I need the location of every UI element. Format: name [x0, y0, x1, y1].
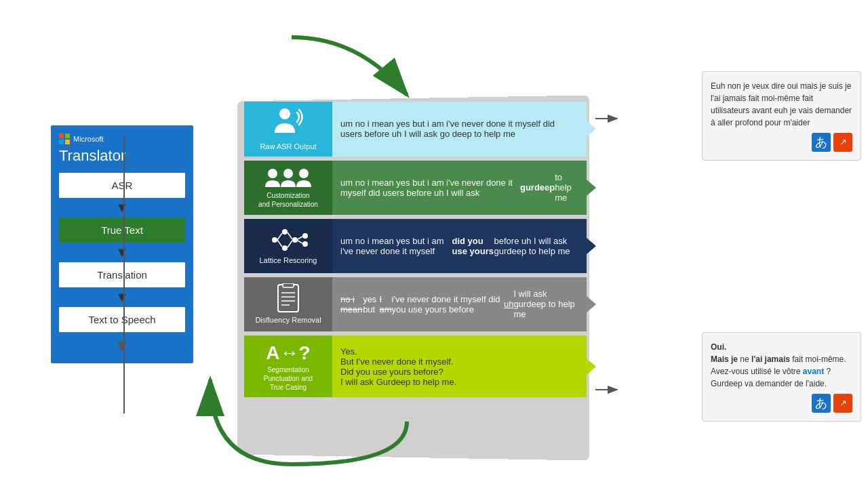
custom-text: um no i mean yes but i am i've never don…: [332, 161, 587, 215]
svg-rect-17: [283, 283, 294, 287]
pipeline-rows: Raw ASR Output um no i mean yes but i am…: [244, 102, 587, 401]
translation-top-icons: あ ↗: [711, 133, 852, 152]
pipeline-truetext[interactable]: True Text: [59, 218, 185, 243]
arrow-down-1: ▼: [59, 200, 185, 216]
asr-icon-symbol: [271, 107, 305, 142]
row-asr: Raw ASR Output um no i mean yes but i am…: [244, 102, 587, 157]
arrow-down-large: ▼: [59, 336, 185, 355]
row-custom: Customizationand Personalization um no i…: [244, 161, 587, 215]
svg-line-15: [298, 241, 302, 243]
translate-icon-top: あ: [812, 133, 831, 152]
svg-line-13: [288, 241, 292, 247]
translation-box-top: Euh non je veux dire oui mais je suis je…: [702, 71, 861, 161]
row-lattice: Lattice Rescoring um no i mean yes but i…: [244, 219, 587, 273]
translation-top-text: Euh non je veux dire oui mais je suis je…: [711, 81, 852, 127]
ms-logo: Microsoft: [59, 134, 185, 144]
svg-rect-16: [278, 285, 298, 312]
segment-label: SegmentationPunctuation andTrue Casing: [264, 365, 313, 392]
ms-brand-label: Microsoft: [73, 135, 104, 143]
disfluency-icon-block: Disfluency Removal: [244, 277, 332, 331]
asr-text: um no i mean yes but i am i've never don…: [332, 102, 587, 157]
svg-point-6: [282, 245, 288, 251]
pipeline-asr[interactable]: ASR: [59, 173, 185, 198]
custom-icon-block: Customizationand Personalization: [244, 161, 332, 215]
arrow-icon-bottom: ↗: [833, 394, 852, 413]
segment-icon-block: A↔? SegmentationPunctuation andTrue Casi…: [244, 336, 332, 397]
svg-point-9: [302, 241, 308, 247]
svg-point-0: [279, 108, 290, 119]
asr-icon-block: Raw ASR Output: [244, 102, 332, 157]
svg-point-8: [302, 233, 308, 239]
svg-point-2: [283, 169, 293, 178]
translate-icon-bottom: あ: [812, 394, 831, 413]
pipeline-tts[interactable]: Text to Speech: [59, 307, 185, 332]
ms-sq-red: [59, 134, 64, 138]
disfluency-icon-symbol: [275, 283, 302, 315]
custom-label: Customizationand Personalization: [258, 191, 318, 209]
row-disfluency: Disfluency Removal no i mean yes but I a…: [244, 277, 587, 331]
disfluency-text: no i mean yes but I am i've never done i…: [332, 277, 587, 331]
svg-point-4: [272, 237, 277, 243]
svg-point-5: [282, 229, 288, 235]
ms-sq-blue: [59, 140, 64, 144]
row-segment: A↔? SegmentationPunctuation andTrue Casi…: [244, 336, 587, 397]
asr-label: Raw ASR Output: [260, 142, 316, 151]
lattice-text: um no i mean yes but i am i've never don…: [332, 219, 587, 273]
arrow-down-2: ▼: [59, 245, 185, 260]
translation-bottom-text: Oui. Mais je ne l'ai jamais fait moi-mêm…: [711, 341, 852, 390]
ms-sq-green: [65, 134, 70, 138]
lattice-icon-block: Lattice Rescoring: [244, 219, 332, 273]
segment-text: Yes. But I've never done it myself. Did …: [332, 336, 587, 397]
arrow-icon-top: ↗: [833, 133, 852, 152]
ms-sq-yellow: [65, 140, 70, 144]
svg-line-14: [298, 237, 302, 239]
lattice-icon-symbol: [268, 226, 309, 256]
lattice-label: Lattice Rescoring: [260, 256, 317, 265]
ms-squares-icon: [59, 134, 70, 144]
svg-line-10: [277, 233, 282, 240]
pipeline-translation[interactable]: Translation: [59, 262, 185, 287]
svg-line-12: [288, 232, 292, 239]
arrow-down-3: ▼: [59, 289, 185, 305]
segment-icon-symbol: A↔?: [266, 341, 310, 365]
translator-title: Translator: [59, 147, 185, 165]
disfluency-label: Disfluency Removal: [255, 315, 321, 325]
svg-point-3: [299, 169, 309, 178]
translation-bottom-icons: あ ↗: [711, 394, 852, 413]
custom-icon-symbol: [264, 167, 312, 190]
svg-point-1: [268, 169, 277, 178]
translation-box-bottom: Oui. Mais je ne l'ai jamais fait moi-mêm…: [702, 332, 861, 422]
svg-line-11: [277, 240, 282, 247]
svg-point-7: [292, 237, 298, 243]
translator-panel: Microsoft Translator ASR ▼ True Text ▼ T…: [51, 125, 193, 363]
